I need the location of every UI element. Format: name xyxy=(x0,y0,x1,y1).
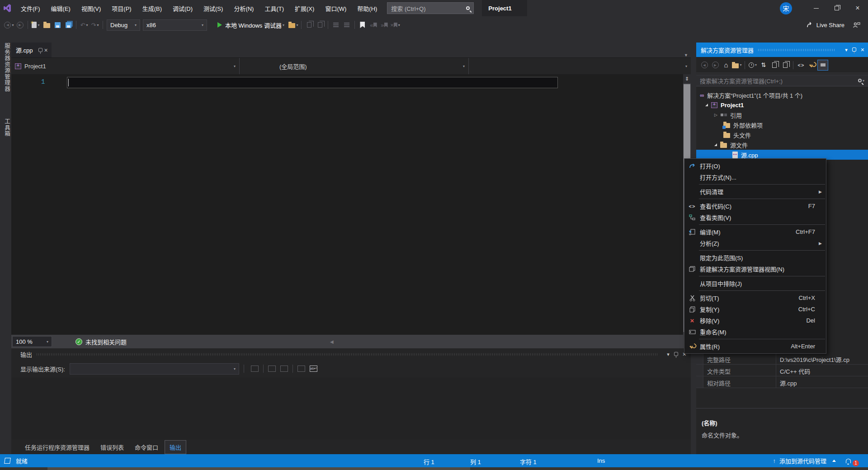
menu-debug[interactable]: 调试(D) xyxy=(167,0,198,16)
menu-item-properties[interactable]: 属性(R) Alt+Enter xyxy=(684,341,826,352)
property-row-relative-path[interactable]: 相对路径 源.cpp xyxy=(696,376,868,388)
solution-explorer-header[interactable]: 解决方案资源管理器 ▾ × xyxy=(696,43,868,57)
save-button[interactable] xyxy=(52,19,62,30)
solution-platform-dropdown[interactable]: x86▾ xyxy=(143,19,207,31)
collapsed-arrow-icon[interactable]: ▷ xyxy=(714,113,717,117)
pending-changes-filter-button[interactable]: ▾ xyxy=(747,60,758,71)
menu-test[interactable]: 测试(S) xyxy=(198,0,228,16)
feedback-button[interactable] xyxy=(849,22,864,28)
menu-item-analyze[interactable]: 分析(Z) ▶ xyxy=(684,237,826,249)
open-file-button[interactable] xyxy=(42,19,52,30)
menu-item-cut[interactable]: 剪切(T) Ctrl+X xyxy=(684,292,826,304)
menu-item-scope-to-this[interactable]: 限定为此范围(S) xyxy=(684,252,826,263)
pin-icon[interactable] xyxy=(674,351,678,357)
property-row-file-type[interactable]: 文件类型 C/C++ 代码 xyxy=(696,365,868,376)
menu-extensions[interactable]: 扩展(X) xyxy=(289,0,320,16)
menu-help[interactable]: 帮助(H) xyxy=(352,0,382,16)
performance-profiler-button[interactable]: ▾ xyxy=(288,19,298,30)
undo-button[interactable]: ↶▾ xyxy=(79,19,89,30)
tab-task-runner-explorer[interactable]: 任务运行程序资源管理器 xyxy=(20,441,94,454)
comment-out-button[interactable] xyxy=(331,19,341,30)
menu-item-code-cleanup[interactable]: 代码清理 ▶ xyxy=(684,186,826,197)
zoom-level-dropdown[interactable]: 100 %▾ xyxy=(12,336,52,347)
next-message-icon[interactable] xyxy=(280,366,288,372)
menu-edit[interactable]: 编辑(E) xyxy=(46,0,76,16)
menu-build[interactable]: 生成(B) xyxy=(137,0,167,16)
split-editor-handle[interactable]: ⇕ xyxy=(683,74,691,83)
start-debugging-button[interactable]: 本地 Windows 调试器▾ xyxy=(214,19,288,31)
menu-item-view-code[interactable]: <> 查看代码(C) F7 xyxy=(684,200,826,212)
collapse-all-icon[interactable] xyxy=(769,60,780,71)
expanded-arrow-icon[interactable] xyxy=(705,104,708,106)
goto-message-icon[interactable] xyxy=(251,366,259,372)
restore-button[interactable] xyxy=(826,0,847,16)
tree-item-solution[interactable]: ∞ 解决方案“Project1”(1 个项目/共 1 个) xyxy=(696,90,868,100)
pin-icon[interactable] xyxy=(852,47,856,52)
member-scope-dropdown[interactable]: ▾ xyxy=(469,58,691,74)
tab-error-list[interactable]: 错误列表 xyxy=(96,441,128,454)
uncomment-button[interactable] xyxy=(342,19,352,30)
window-position-dropdown-icon[interactable]: ▾ xyxy=(667,351,670,357)
project-scope-dropdown[interactable]: Project1▾ xyxy=(11,58,240,74)
view-code-icon[interactable]: <> xyxy=(796,60,807,71)
menu-analyze[interactable]: 分析(N) xyxy=(228,0,259,16)
previous-message-icon[interactable] xyxy=(268,366,276,372)
expanded-arrow-icon[interactable] xyxy=(714,143,717,146)
type-scope-dropdown[interactable]: (全局范围)▾ xyxy=(240,58,469,74)
home-icon[interactable]: ⌂ xyxy=(721,60,731,71)
menu-view[interactable]: 视图(V) xyxy=(76,0,106,16)
menu-item-remove[interactable]: × 移除(V) Del xyxy=(684,315,826,326)
tab-output[interactable]: 输出 xyxy=(165,440,186,454)
horizontal-scroll-left-icon[interactable]: ◀ xyxy=(330,339,334,344)
save-all-button[interactable] xyxy=(63,19,73,30)
output-source-dropdown[interactable]: ▾ xyxy=(70,363,239,375)
notifications-bell-icon[interactable] xyxy=(846,459,851,463)
menu-item-exclude-from-project[interactable]: 从项目中排除(J) xyxy=(684,278,826,289)
close-button[interactable]: × xyxy=(847,0,868,16)
show-all-files-icon[interactable] xyxy=(780,60,791,71)
solution-explorer-search-box[interactable]: 搜索解决方案资源管理器(Ctrl+;) ▾ xyxy=(696,75,868,86)
attach-to-process-button[interactable] xyxy=(315,19,325,30)
sidebar-tab-server-explorer[interactable]: 服务器资源管理器 xyxy=(0,43,11,92)
window-position-dropdown-icon[interactable]: ▾ xyxy=(845,47,848,53)
tab-source-cpp[interactable]: 源.cpp × xyxy=(11,43,52,57)
menu-file[interactable]: 文件(F) xyxy=(15,0,46,16)
menu-tools[interactable]: 工具(T) xyxy=(259,0,289,16)
quick-search-box[interactable]: 搜索 (Ctrl+Q) xyxy=(387,2,474,14)
output-content[interactable] xyxy=(11,377,691,440)
switch-views-button[interactable]: ▾ xyxy=(731,60,742,71)
properties-icon[interactable] xyxy=(807,60,817,71)
source-control-menu-icon[interactable] xyxy=(832,460,836,462)
forward-button[interactable]: ► xyxy=(710,60,721,71)
background-tasks-icon[interactable] xyxy=(4,458,11,464)
menu-item-new-solution-explorer-view[interactable]: 新建解决方案资源管理器视图(N) xyxy=(684,263,826,275)
toggle-bookmark-button[interactable] xyxy=(358,19,368,30)
document-health-indicator[interactable]: ✓ 未找到相关问题 xyxy=(75,337,127,346)
word-wrap-icon[interactable]: ab↵ xyxy=(310,366,317,372)
property-row-full-path[interactable]: 完整路径 D:\vs2019\c\Project1\源.cp xyxy=(696,353,868,365)
menu-item-rename[interactable]: 重命名(M) xyxy=(684,326,826,337)
live-share-button[interactable]: Live Share xyxy=(802,22,849,28)
pin-icon[interactable] xyxy=(38,48,42,52)
next-bookmark-button[interactable]: » xyxy=(379,19,389,30)
menu-item-open-with[interactable]: 打开方式(N)... xyxy=(684,171,826,183)
new-project-button[interactable]: ▾ xyxy=(31,19,41,30)
minimize-button[interactable] xyxy=(806,0,826,16)
navigate-back-button[interactable]: ◄▾ xyxy=(4,19,14,30)
search-options-dropdown-icon[interactable]: ▾ xyxy=(863,79,864,83)
account-avatar[interactable]: 宋 xyxy=(780,2,792,14)
tree-item-references[interactable]: ▷ 引用 xyxy=(696,110,868,120)
sidebar-tab-toolbox[interactable]: 工具箱 xyxy=(0,119,11,137)
redo-button[interactable]: ↷▾ xyxy=(90,19,100,30)
menu-project[interactable]: 项目(P) xyxy=(106,0,137,16)
tree-item-header-files[interactable]: 头文件 xyxy=(696,130,868,140)
menu-item-view-class-diagram[interactable]: 查看类图(V) xyxy=(684,212,826,223)
menu-item-copy[interactable]: 复制(Y) Ctrl+C xyxy=(684,304,826,315)
code-editor[interactable]: 1 ⇕ xyxy=(11,74,691,335)
previous-bookmark-button[interactable]: « xyxy=(368,19,378,30)
tree-item-source-files[interactable]: 源文件 xyxy=(696,140,868,150)
tab-command-window[interactable]: 命令窗口 xyxy=(130,441,163,454)
output-panel-header[interactable]: 输出 ▾ × xyxy=(11,348,691,360)
add-to-source-control-button[interactable]: 添加到源代码管理 xyxy=(779,456,826,465)
tree-item-project1[interactable]: Project1 xyxy=(696,100,868,110)
